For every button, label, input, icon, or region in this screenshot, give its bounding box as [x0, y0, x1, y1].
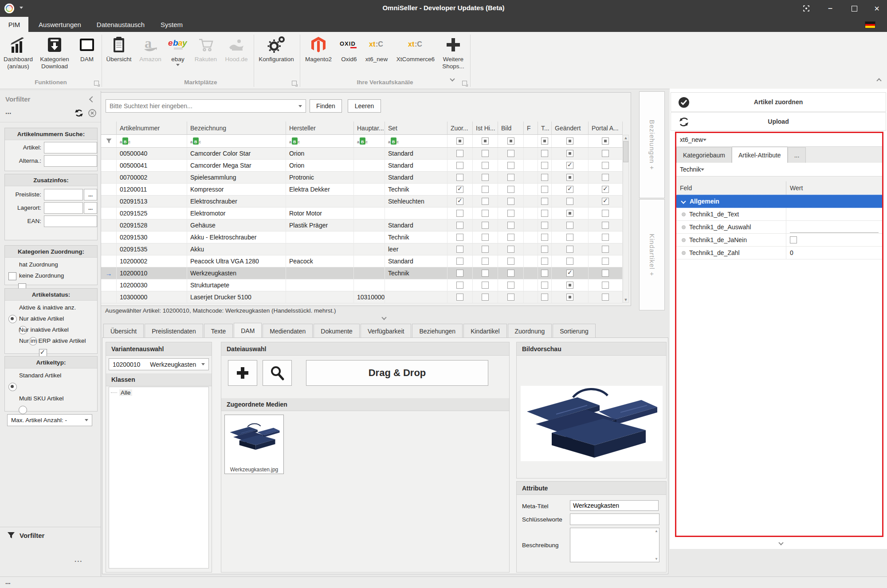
col-ist-hi[interactable]: Ist Hi... [473, 122, 498, 135]
table-row[interactable]: 01200011 Kompressor Elektra Dekker Techn… [101, 184, 629, 196]
t-checkbox[interactable] [541, 282, 548, 289]
minimize-button[interactable]: − [823, 3, 838, 14]
zuordnung-checkbox[interactable] [456, 282, 463, 289]
table-row[interactable]: 00500041 Camcorder Mega Star Orion Stand… [101, 160, 629, 172]
portal-checkbox[interactable] [602, 162, 609, 169]
geaendert-checkbox[interactable] [566, 270, 573, 277]
detail-tab[interactable]: Preislistendaten [145, 324, 203, 339]
table-row[interactable]: 10200030 Strukturtapete [101, 279, 629, 291]
bild-checkbox[interactable] [507, 258, 514, 265]
attr-value-select[interactable] [786, 221, 882, 233]
detail-tab[interactable]: Verfügbarkeit [361, 324, 412, 339]
portal-checkbox[interactable] [602, 198, 609, 205]
zuordnung-checkbox[interactable] [456, 270, 463, 277]
t-checkbox[interactable] [541, 246, 548, 253]
attribute-row[interactable]: Technik1_de_JaNein [676, 234, 882, 247]
table-row[interactable]: 02091525 Elektromotor Rotor Motor [101, 208, 629, 220]
dialog-launcher-icon[interactable] [94, 81, 99, 86]
tab-pim[interactable]: PIM [0, 17, 28, 32]
ist-hi-checkbox[interactable] [482, 258, 489, 265]
geaendert-checkbox[interactable] [566, 258, 573, 265]
filter-hauptartikel[interactable] [354, 135, 385, 147]
tab-kategoriebaum[interactable]: Kategoriebaum [676, 147, 732, 163]
detail-tab[interactable]: Dokumente [314, 324, 360, 339]
geaendert-checkbox[interactable] [566, 198, 573, 205]
detail-tab[interactable]: DAM [234, 323, 262, 339]
radio-aktive-inaktive[interactable] [8, 315, 17, 323]
statusbar-dots[interactable]: ... [5, 578, 11, 585]
funnel-icon[interactable] [101, 135, 117, 147]
clear-button[interactable]: Leeren [348, 99, 381, 113]
sidebar-dots[interactable]: ... [5, 108, 11, 116]
ist-hi-checkbox[interactable] [482, 150, 489, 157]
filter-bezeichnung[interactable] [187, 135, 286, 147]
detail-tab[interactable]: Beziehungen [412, 324, 463, 339]
t-checkbox[interactable] [541, 210, 548, 217]
portal-checkbox[interactable] [602, 210, 609, 217]
t-checkbox[interactable] [541, 198, 548, 205]
portal-checkbox[interactable] [602, 174, 609, 181]
col-bild[interactable]: Bild [498, 122, 524, 135]
col-hauptartikel[interactable]: Hauptar... [354, 122, 385, 135]
ist-hi-checkbox[interactable] [482, 210, 489, 217]
zuordnung-checkbox[interactable] [456, 258, 463, 265]
geaendert-checkbox[interactable] [566, 162, 573, 169]
tab-artikel-attribute[interactable]: Artikel-Attribute [732, 147, 788, 163]
table-row[interactable]: 00500040 Camcorder Color Star Orion Stan… [101, 148, 629, 160]
filter-set[interactable] [385, 135, 447, 147]
lagerort-browse-button[interactable]: ... [84, 202, 97, 214]
table-scrollbar[interactable]: ▲ ▼ [623, 135, 629, 303]
scroll-up-icon[interactable]: ▲ [623, 135, 628, 141]
portal-checkbox[interactable] [602, 270, 609, 277]
geaendert-checkbox[interactable] [566, 222, 573, 229]
t-checkbox[interactable] [541, 150, 548, 157]
zuordnung-checkbox[interactable] [456, 174, 463, 181]
table-row[interactable]: 10300000 Laserjet Drucker 5100 10310000 [101, 291, 629, 303]
zuordnung-checkbox[interactable] [456, 210, 463, 217]
table-row[interactable]: 00700002 Spielesammlung Protronic Standa… [101, 172, 629, 184]
col-geaendert[interactable]: Geändert [552, 122, 589, 135]
t-checkbox[interactable] [541, 174, 548, 181]
portal-checkbox[interactable] [602, 246, 609, 253]
portal-checkbox[interactable] [602, 282, 609, 289]
scroll-down-icon[interactable]: ▼ [655, 557, 658, 561]
zuordnung-checkbox[interactable] [456, 246, 463, 253]
table-row[interactable]: 02091535 Akku leer [101, 243, 629, 255]
zuordnung-checkbox[interactable] [456, 162, 463, 169]
col-zuordnung[interactable]: Zuor... [447, 122, 473, 135]
preisliste-browse-button[interactable]: ... [84, 189, 97, 200]
ist-hi-checkbox[interactable] [482, 222, 489, 229]
ist-hi-checkbox[interactable] [482, 270, 489, 277]
ist-hi-checkbox[interactable] [482, 162, 489, 169]
detail-tab[interactable]: Übersicht [103, 324, 144, 339]
drag-drop-zone[interactable]: Drag & Drop [306, 360, 488, 386]
geaendert-checkbox[interactable] [566, 294, 573, 301]
zuordnung-checkbox[interactable] [456, 186, 463, 193]
artikel-input[interactable] [44, 142, 97, 153]
vorfilter-footer-button[interactable]: Vorfilter [7, 531, 44, 539]
geaendert-checkbox[interactable] [566, 186, 573, 193]
detail-tab[interactable]: Sortierung [553, 324, 596, 339]
bild-checkbox[interactable] [507, 198, 514, 205]
scroll-up-icon[interactable]: ▲ [655, 529, 658, 533]
geaendert-checkbox[interactable] [566, 174, 573, 181]
filter-bild[interactable] [498, 135, 524, 147]
t-checkbox[interactable] [541, 258, 548, 265]
dialog-launcher-icon[interactable] [292, 81, 297, 86]
attr-value-text[interactable] [786, 208, 882, 220]
bild-checkbox[interactable] [507, 210, 514, 217]
geaendert-checkbox[interactable] [566, 282, 573, 289]
sidebar-footer-dots[interactable]: ... [75, 556, 83, 563]
find-button[interactable]: Finden [310, 99, 342, 113]
zuordnung-checkbox[interactable] [456, 222, 463, 229]
max-artikel-combo[interactable]: Max. Artikel Anzahl: - [7, 414, 92, 426]
preisliste-input[interactable] [44, 189, 83, 200]
hat-zuordnung-checkbox[interactable] [8, 272, 16, 280]
tab-auswertungen[interactable]: Auswertungen [35, 17, 84, 32]
variant-combo[interactable]: 10200010 Werkzeugkasten [109, 358, 209, 370]
geaendert-checkbox[interactable] [566, 234, 573, 241]
maximize-button[interactable] [847, 3, 862, 14]
bild-checkbox[interactable] [507, 234, 514, 241]
filter-f[interactable] [524, 135, 538, 147]
tab-more[interactable]: ... [788, 147, 806, 163]
